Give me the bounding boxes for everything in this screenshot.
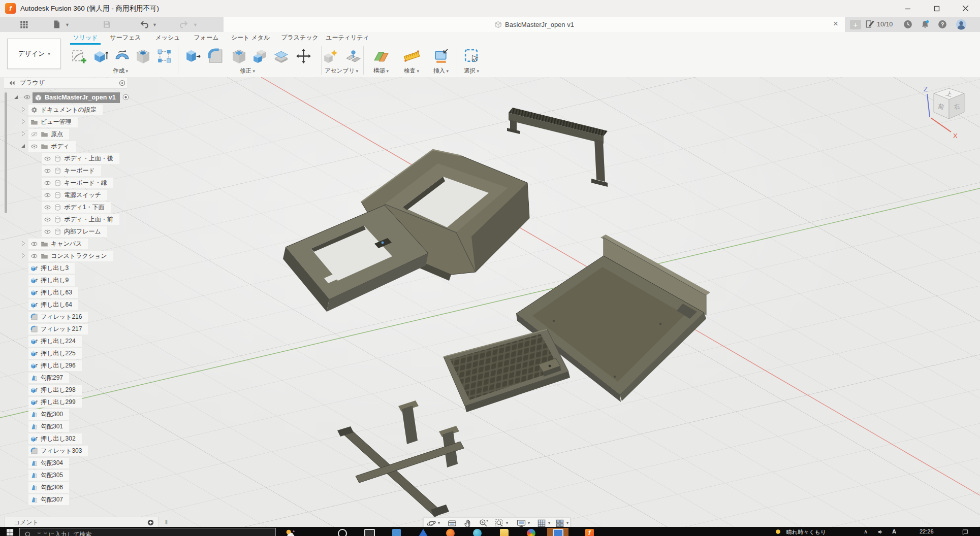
- fillet-button[interactable]: [206, 47, 225, 65]
- fit-caret-icon[interactable]: ▾: [506, 521, 508, 525]
- tree-row-押し出し64[interactable]: 押し出し64: [0, 299, 163, 310]
- display-settings-caret-icon[interactable]: ▾: [528, 521, 530, 525]
- taskbar-app-browser-red[interactable]: [444, 528, 457, 536]
- tree-row-押し出し225[interactable]: 押し出し225: [0, 348, 163, 359]
- taskbar-app-task-view[interactable]: [363, 528, 376, 536]
- ribbon-tab-メッシュ[interactable]: メッシュ: [155, 34, 180, 42]
- tree-row-内部フレーム[interactable]: 内部フレーム: [0, 226, 163, 237]
- tree-row-勾配305[interactable]: 勾配305: [0, 470, 163, 481]
- select-button[interactable]: [462, 47, 481, 65]
- ribbon-tab-プラスチック[interactable]: プラスチック: [281, 34, 319, 42]
- visibility-eye-icon[interactable]: [30, 143, 38, 150]
- revolve-button[interactable]: [113, 47, 131, 65]
- taskbar-app-browser-teal[interactable]: [470, 528, 484, 536]
- ribbon-tab-フォーム[interactable]: フォーム: [194, 34, 219, 42]
- document-tab-close-icon[interactable]: ×: [831, 19, 841, 29]
- tree-row-フィレット217[interactable]: フィレット217: [0, 323, 163, 334]
- visibility-eye-icon[interactable]: [44, 179, 51, 187]
- ribbon-tab-ユーティリティ[interactable]: ユーティリティ: [326, 34, 369, 42]
- group-label-挿入[interactable]: 挿入 ▾: [433, 67, 449, 75]
- tree-row-キーボード[interactable]: キーボード: [0, 165, 163, 176]
- file-menu-caret-icon[interactable]: ▼: [65, 22, 70, 27]
- tree-row-コンストラクション[interactable]: コンストラクション: [0, 250, 163, 261]
- maximize-button[interactable]: [922, 0, 951, 17]
- insert-button[interactable]: [432, 47, 450, 65]
- sketch-create-button[interactable]: [70, 47, 88, 65]
- group-label-選択[interactable]: 選択 ▾: [464, 67, 479, 75]
- tree-row-ドキュメントの設定[interactable]: ドキュメントの設定: [0, 104, 163, 115]
- construction-plane-button[interactable]: [372, 47, 390, 65]
- tree-row-押し出し296[interactable]: 押し出し296: [0, 360, 163, 371]
- tree-row-ボディ・上面・後[interactable]: ボディ・上面・後: [0, 153, 163, 164]
- user-avatar[interactable]: [956, 19, 967, 30]
- redo-caret-icon[interactable]: ▼: [193, 22, 198, 27]
- pattern-button[interactable]: [155, 47, 173, 65]
- extrude-button[interactable]: [91, 47, 110, 65]
- redo-button[interactable]: [178, 19, 191, 30]
- new-tab-button[interactable]: +: [850, 20, 861, 29]
- offset-face-button[interactable]: [272, 47, 290, 65]
- tray-weather-icon[interactable]: [774, 528, 782, 536]
- taskbar-app-file-explorer[interactable]: [497, 528, 511, 536]
- tray-clock[interactable]: 22:26: [920, 528, 934, 534]
- collapse-panel-icon[interactable]: [8, 79, 16, 87]
- view-cube[interactable]: Z X 上 前 右: [924, 85, 964, 140]
- add-comment-icon[interactable]: [147, 519, 154, 526]
- ribbon-tab-サーフェス[interactable]: サーフェス: [110, 34, 141, 42]
- save-button[interactable]: [101, 19, 113, 30]
- group-label-アセンブリ[interactable]: アセンブリ ▾: [325, 67, 358, 75]
- visibility-eye-icon[interactable]: [23, 93, 31, 101]
- taskbar-app-cad-app-active[interactable]: [547, 528, 568, 536]
- tree-row-電源スイッチ[interactable]: 電源スイッチ: [0, 189, 163, 200]
- browser-panel-header[interactable]: ブラウザ: [4, 78, 127, 89]
- model-part-internal-frame[interactable]: [337, 400, 464, 517]
- close-button[interactable]: [951, 0, 980, 17]
- hole-button[interactable]: [134, 47, 152, 65]
- job-status-clock-icon[interactable]: [903, 19, 913, 29]
- tree-row-ボディ[interactable]: ボディ: [0, 141, 163, 152]
- help-icon[interactable]: [937, 19, 947, 29]
- comment-bar-grip[interactable]: ‖: [165, 519, 168, 526]
- tree-row-押し出し298[interactable]: 押し出し298: [0, 384, 163, 395]
- tree-row-ボディ1・下面[interactable]: ボディ1・下面: [0, 202, 163, 213]
- group-label-検査[interactable]: 検査 ▾: [404, 67, 419, 75]
- start-button[interactable]: [6, 528, 15, 536]
- ribbon-tab-シート メタル[interactable]: シート メタル: [231, 34, 270, 42]
- tree-expand-arrow-icon[interactable]: [19, 252, 27, 259]
- group-label-構築[interactable]: 構築 ▾: [373, 67, 389, 75]
- tree-row-勾配300[interactable]: 勾配300: [0, 409, 163, 420]
- tree-row-押し出し9[interactable]: 押し出し9: [0, 275, 163, 286]
- undo-caret-icon[interactable]: ▼: [152, 22, 157, 27]
- tree-row-フィレット216[interactable]: フィレット216: [0, 311, 163, 322]
- tray-speaker-icon[interactable]: [877, 528, 884, 536]
- tree-row-押し出し3[interactable]: 押し出し3: [0, 262, 163, 274]
- activate-component-radio[interactable]: [122, 93, 130, 101]
- taskbar-app-mail-app[interactable]: [390, 528, 403, 536]
- tray-weather-text[interactable]: 晴れ時々くもり: [786, 528, 826, 536]
- file-menu-button[interactable]: [50, 19, 62, 30]
- taskbar-app-storage-app[interactable]: [417, 528, 430, 536]
- viewports-caret-icon[interactable]: ▾: [566, 521, 568, 525]
- visibility-eye-icon[interactable]: [30, 130, 38, 138]
- tree-row-勾配301[interactable]: 勾配301: [0, 421, 163, 432]
- tree-expand-arrow-icon[interactable]: [19, 130, 27, 138]
- notifications-bell-icon[interactable]: [920, 19, 930, 29]
- press-pull-button[interactable]: [183, 47, 201, 65]
- tree-row-原点[interactable]: 原点: [0, 128, 163, 140]
- tree-collapse-arrow-icon[interactable]: [19, 142, 27, 150]
- tree-row-押し出し224[interactable]: 押し出し224: [0, 336, 163, 347]
- document-tab[interactable]: BasicMasterJr_open v1 ×: [224, 17, 845, 32]
- tree-row-押し出し299[interactable]: 押し出し299: [0, 396, 163, 408]
- taskbar-app-cortana[interactable]: [336, 528, 349, 536]
- tree-row-勾配307[interactable]: 勾配307: [0, 494, 163, 505]
- taskbar-app-fusion-360[interactable]: f: [583, 528, 596, 536]
- taskbar-search-input[interactable]: ここに入力して検索: [19, 528, 276, 536]
- shell-button[interactable]: [230, 47, 248, 65]
- widgets-weather-icon[interactable]: [284, 528, 296, 536]
- tree-row-勾配304[interactable]: 勾配304: [0, 457, 163, 468]
- tree-expand-arrow-icon[interactable]: [19, 240, 27, 247]
- tree-row-ボディ・上面・前[interactable]: ボディ・上面・前: [0, 214, 163, 225]
- notification-center-icon[interactable]: [962, 528, 969, 536]
- joint-button[interactable]: [344, 47, 362, 65]
- tree-row-勾配297[interactable]: 勾配297: [0, 372, 163, 383]
